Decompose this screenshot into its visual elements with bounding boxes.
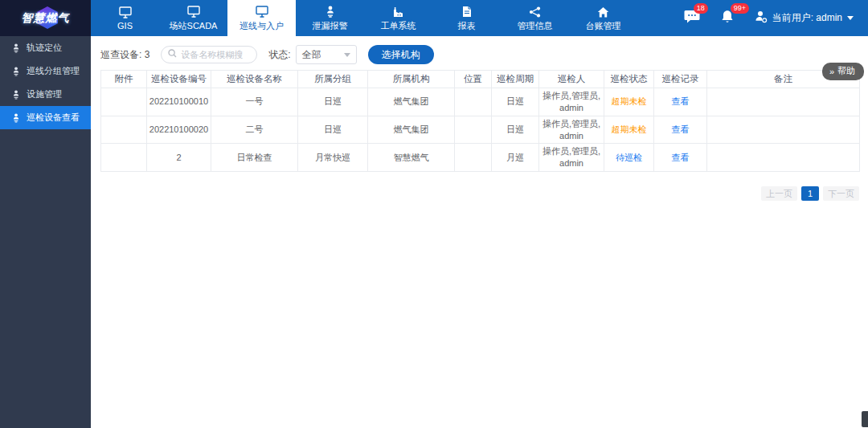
help-button[interactable]: » 帮助 (822, 63, 864, 80)
sidebar: 轨迹定位 巡线分组管理 设施管理 巡检设备查看 (0, 36, 91, 428)
scrollbar-thumb[interactable] (862, 411, 868, 427)
cell-inspector: 操作员,管理员,admin (539, 116, 604, 144)
table-row: 202210100020 二号 日巡 燃气集团 日巡 操作员,管理员,admin… (101, 116, 860, 144)
nav-item-label: 场站SCADA (170, 20, 218, 32)
cell-inspector: 操作员,管理员,admin (539, 88, 604, 116)
nav-item-label: 管理信息 (518, 20, 553, 32)
top-navigation-bar: 智慧燃气 GIS 场站SCADA 巡线与入户 泄漏报警 工单系统 报表 管理信息… (0, 0, 868, 36)
person-pin-icon (12, 67, 20, 76)
monitor-icon (119, 6, 132, 18)
nav-item-report[interactable]: 报表 (432, 0, 501, 36)
help-button-label: 帮助 (837, 65, 855, 77)
status-badge: 超期未检 (604, 116, 654, 144)
cell-cycle: 月巡 (492, 144, 539, 172)
pagination: 上一页 1 下一页 (100, 186, 859, 201)
nav-item-station-scada[interactable]: 场站SCADA (159, 0, 227, 36)
sidebar-item-label: 巡检设备查看 (27, 112, 80, 124)
current-user-menu[interactable]: 当前用户: admin (755, 10, 854, 26)
device-search-box[interactable] (161, 46, 257, 63)
cell-remark (707, 116, 860, 144)
table-header-row: 附件 巡检设备编号 巡检设备名称 所属分组 所属机构 位置 巡检周期 巡检人 巡… (101, 71, 860, 88)
status-select[interactable]: 全部 (296, 45, 357, 64)
nav-item-label: 工单系统 (381, 20, 416, 32)
topnav-right-area: 18 99+ 当前用户: admin (684, 0, 868, 36)
main-content: » 帮助 巡查设备: 3 状态: 全部 选择机构 附件 巡检设备编号 巡检设备名… (91, 36, 868, 428)
view-record-link[interactable]: 查看 (654, 88, 707, 116)
logo-text: 智慧燃气 (22, 11, 70, 26)
cell-org: 燃气集团 (368, 116, 455, 144)
person-pin-icon (12, 113, 20, 123)
cell-cycle: 日巡 (492, 88, 539, 116)
cell-device-no: 202210100020 (147, 116, 211, 144)
col-header-org: 所属机构 (368, 71, 455, 88)
caret-down-icon (344, 53, 350, 57)
sidebar-item-facility-mgmt[interactable]: 设施管理 (0, 83, 91, 106)
cell-device-name: 二号 (211, 116, 298, 144)
col-header-group: 所属分组 (298, 71, 368, 88)
person-pin-icon (12, 43, 20, 53)
select-organization-button[interactable]: 选择机构 (368, 45, 434, 64)
message-count-badge: 18 (694, 3, 708, 14)
next-page-button[interactable]: 下一页 (823, 186, 859, 201)
col-header-attachment: 附件 (101, 71, 147, 88)
view-record-link[interactable]: 查看 (654, 116, 707, 144)
sidebar-item-track-location[interactable]: 轨迹定位 (0, 36, 91, 59)
nav-item-patrol-entry[interactable]: 巡线与入户 (227, 0, 296, 36)
col-header-location: 位置 (455, 71, 492, 88)
table-row: 2 日常检查 月常快巡 智慧燃气 月巡 操作员,管理员,admin 待巡检 查看 (101, 144, 860, 172)
cell-location (455, 144, 492, 172)
document-icon (462, 5, 472, 18)
status-badge: 超期未检 (604, 88, 654, 116)
table-row: 202210100010 一号 日巡 燃气集团 日巡 操作员,管理员,admin… (101, 88, 860, 116)
monitor-icon (256, 5, 268, 18)
col-header-cycle: 巡检周期 (492, 71, 539, 88)
sidebar-item-label: 设施管理 (27, 88, 62, 100)
person-pin-icon (12, 90, 20, 100)
view-record-link[interactable]: 查看 (654, 144, 707, 172)
sidebar-item-label: 巡线分组管理 (27, 65, 80, 77)
nav-item-ledger[interactable]: 台账管理 (569, 0, 637, 36)
nav-item-work-order[interactable]: 工单系统 (364, 0, 432, 36)
cell-attachment (101, 116, 147, 144)
nav-item-leak-alarm[interactable]: 泄漏报警 (296, 0, 364, 36)
cell-location (455, 88, 492, 116)
caret-down-icon (847, 16, 854, 20)
device-count-label: 巡查设备: 3 (100, 48, 149, 62)
cell-inspector: 操作员,管理员,admin (539, 144, 604, 172)
col-header-inspector: 巡检人 (539, 71, 604, 88)
person-pin-icon (325, 5, 336, 18)
current-user-label: 当前用户: admin (772, 11, 842, 25)
status-badge: 待巡检 (604, 144, 654, 172)
nav-item-label: 巡线与入户 (240, 20, 284, 32)
nav-item-label: GIS (117, 21, 133, 31)
prev-page-button[interactable]: 上一页 (761, 186, 797, 201)
nav-item-gis[interactable]: GIS (91, 0, 159, 36)
cell-device-name: 日常检查 (211, 144, 298, 172)
nav-item-label: 台账管理 (586, 20, 621, 32)
cell-device-no: 2 (147, 144, 211, 172)
col-header-device-name: 巡检设备名称 (211, 71, 298, 88)
sidebar-item-label: 轨迹定位 (27, 42, 62, 54)
messages-button[interactable]: 18 (684, 10, 700, 26)
search-input[interactable] (181, 50, 250, 59)
nav-item-label: 泄漏报警 (313, 20, 348, 32)
cell-org: 智慧燃气 (368, 144, 455, 172)
cell-location (455, 116, 492, 144)
cell-device-name: 一号 (211, 88, 298, 116)
notifications-button[interactable]: 99+ (721, 10, 734, 27)
double-arrow-icon: » (829, 67, 834, 76)
cell-remark (707, 88, 860, 116)
col-header-status: 巡检状态 (604, 71, 654, 88)
cell-remark (707, 144, 860, 172)
notification-count-badge: 99+ (731, 3, 749, 14)
nav-item-management-info[interactable]: 管理信息 (501, 0, 569, 36)
col-header-device-no: 巡检设备编号 (147, 71, 211, 88)
cell-device-no: 202210100010 (147, 88, 211, 116)
nav-item-label: 报表 (458, 20, 476, 32)
search-icon (168, 49, 177, 60)
app-logo: 智慧燃气 (0, 0, 91, 36)
sidebar-item-patrol-group-mgmt[interactable]: 巡线分组管理 (0, 59, 91, 83)
cell-attachment (101, 144, 147, 172)
current-page-button[interactable]: 1 (801, 186, 819, 201)
sidebar-item-inspection-device-view[interactable]: 巡检设备查看 (0, 106, 91, 129)
